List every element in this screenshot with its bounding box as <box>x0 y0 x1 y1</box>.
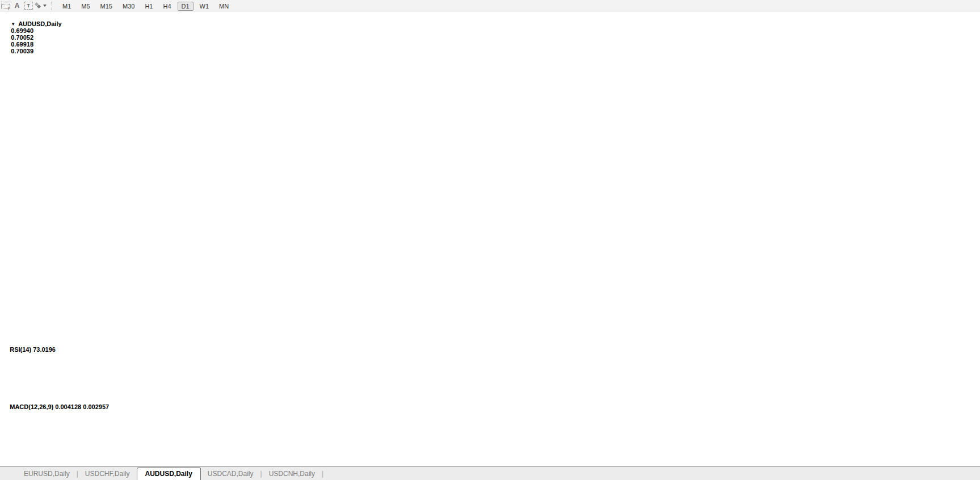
ohlc-close: 0.70039 <box>11 48 33 54</box>
ohlc-low: 0.69918 <box>11 41 33 48</box>
rsi-indicator-label: RSI(14) 73.0196 <box>3 339 56 360</box>
chart-title: ▼AUDUSD,Daily 0.69940 0.70052 0.69918 0.… <box>4 14 64 61</box>
mt4-window: A T M1M5M15M30H1H4D1W1MN ▼AUDUSD,Daily 0… <box>0 0 980 480</box>
tab-usdcad[interactable]: USDCAD,Daily <box>201 468 260 480</box>
tab-audusd[interactable]: AUDUSD,Daily <box>137 468 201 480</box>
tab-eurusd[interactable]: EURUSD,Daily <box>17 468 77 480</box>
ohlc-high: 0.70052 <box>11 34 33 41</box>
chart-symbol-period: AUDUSD,Daily <box>18 20 61 27</box>
chart-tab-bar: EURUSD,Daily|USDCHF,DailyAUDUSD,DailyUSD… <box>0 466 980 480</box>
ohlc-open: 0.69940 <box>11 27 33 34</box>
tab-divider: | <box>322 470 323 480</box>
tab-usdchf[interactable]: USDCHF,Daily <box>78 468 137 480</box>
tab-usdcnh[interactable]: USDCNH,Daily <box>262 468 322 480</box>
macd-indicator-label: MACD(12,26,9) 0.004128 0.002957 <box>3 397 109 417</box>
chart-canvas <box>0 0 980 480</box>
collapse-triangle-icon[interactable]: ▼ <box>11 22 15 27</box>
